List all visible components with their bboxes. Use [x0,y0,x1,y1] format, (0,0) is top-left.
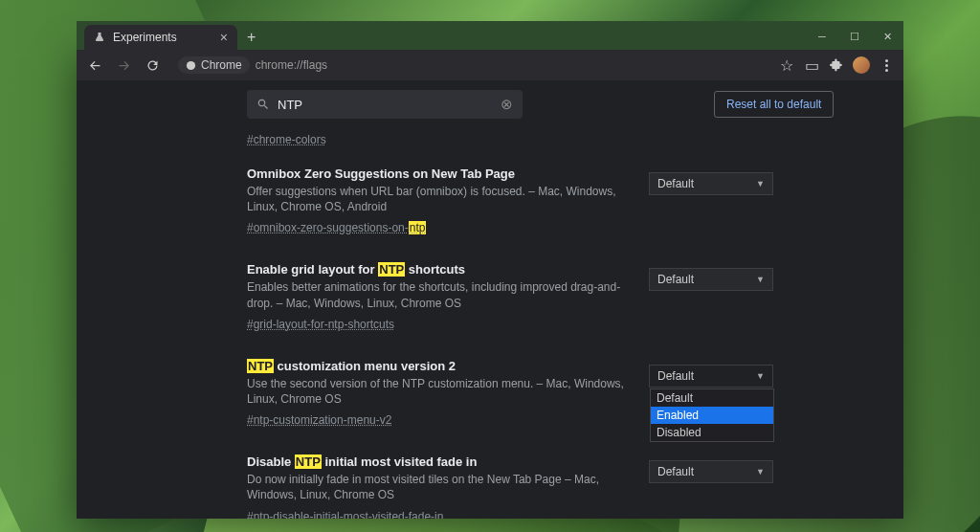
flag-select[interactable]: Default▼ [649,172,773,195]
flags-search[interactable]: ⊗ [247,90,523,119]
toolbar: Chrome chrome://flags ☆ ▭ [77,50,903,80]
dropdown-option[interactable]: Default [651,389,773,407]
url-text: chrome://flags [256,58,327,72]
flag-title: Enable grid layout for NTP shortcuts [247,262,630,277]
flag-item: Enable grid layout for NTP shortcuts Ena… [247,249,835,344]
tab-strip: Experiments × + ─ ☐ ✕ [77,21,903,50]
back-button[interactable] [82,53,107,78]
maximize-button[interactable]: ☐ [838,23,871,50]
svg-point-0 [187,60,195,69]
star-icon[interactable]: ☆ [775,54,798,77]
flag-item: NTP customization menu version 2 Use the… [247,345,835,441]
flag-link[interactable]: #ntp-customization-menu-v2 [247,413,391,427]
flag-item: Disable NTP initial most visited fade in… [247,441,835,519]
flag-dropdown: Default Enabled Disabled [650,388,774,442]
search-icon [256,98,270,111]
chevron-down-icon: ▼ [756,275,765,284]
flag-title: NTP customization menu version 2 [247,359,630,373]
reset-all-button[interactable]: Reset all to default [714,91,834,118]
flag-link[interactable]: #ntp-disable-initial-most-visited-fade-i… [247,510,443,520]
chevron-down-icon: ▼ [756,179,765,188]
flag-description: Enables better animations for the shortc… [247,279,630,310]
chevron-down-icon: ▼ [756,371,765,381]
tab-title: Experiments [113,31,177,44]
flag-link[interactable]: #chrome-colors [247,133,326,146]
clear-icon[interactable]: ⊗ [501,96,513,113]
chevron-down-icon: ▼ [756,467,765,477]
chrome-icon [186,60,196,71]
browser-window: Experiments × + ─ ☐ ✕ Chrome chrome://fl… [77,50,903,519]
tab-experiments[interactable]: Experiments × [84,25,237,50]
forward-button[interactable] [111,53,136,78]
flag-select[interactable]: Default▼ [649,268,773,291]
close-button[interactable]: ✕ [871,23,903,50]
flask-icon [94,32,105,43]
minimize-button[interactable]: ─ [806,23,838,50]
flag-select[interactable]: Default▼ [649,460,773,483]
flag-description: Offer suggestions when URL bar (omnibox)… [247,184,630,214]
site-chip: Chrome [178,56,250,74]
flag-description: Use the second version of the NTP custom… [247,376,630,407]
flag-link[interactable]: #omnibox-zero-suggestions-on-ntp [247,221,426,234]
flag-description: Do now initially fade in most visited ti… [247,472,630,502]
flag-title: Omnibox Zero Suggestions on New Tab Page [247,166,630,181]
flag-select[interactable]: Default▼ Default Enabled Disabled [649,365,773,388]
dropdown-option[interactable]: Disabled [651,424,773,441]
flag-item: Omnibox Zero Suggestions on New Tab Page… [247,153,835,249]
close-icon[interactable]: × [220,30,228,45]
extensions-icon[interactable] [825,54,848,77]
address-bar[interactable]: Chrome chrome://flags [168,54,771,77]
search-input[interactable] [278,98,493,112]
battery-icon[interactable]: ▭ [800,54,823,77]
content-area: ⊗ Reset all to default #chrome-colors Om… [77,80,903,519]
flag-title: Disable NTP initial most visited fade in [247,454,630,469]
new-tab-button[interactable]: + [237,29,265,50]
reload-button[interactable] [140,53,165,78]
flag-link[interactable]: #grid-layout-for-ntp-shortcuts [247,318,394,331]
avatar[interactable] [850,54,873,77]
dropdown-option[interactable]: Enabled [651,407,773,424]
menu-button[interactable] [875,54,898,77]
